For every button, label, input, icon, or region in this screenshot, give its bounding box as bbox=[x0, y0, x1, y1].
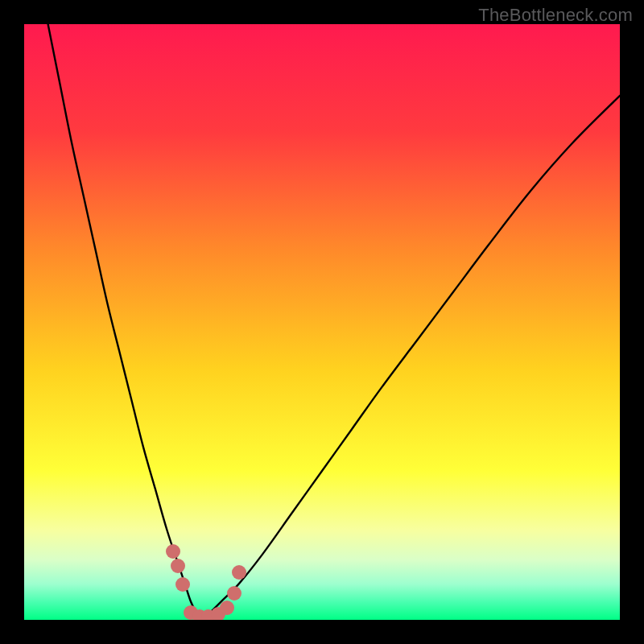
plot-area bbox=[24, 24, 620, 620]
minimum-marker-dot bbox=[171, 559, 185, 573]
watermark-text: TheBottleneck.com bbox=[478, 5, 633, 26]
minimum-marker-dot bbox=[227, 586, 242, 601]
chart-stage: TheBottleneck.com bbox=[0, 0, 644, 644]
minimum-marker-dot bbox=[232, 565, 246, 580]
minimum-marker-layer bbox=[24, 24, 620, 620]
minimum-marker-dot bbox=[220, 601, 234, 615]
minimum-marker-dot bbox=[175, 577, 190, 592]
minimum-marker-dot bbox=[166, 544, 180, 559]
